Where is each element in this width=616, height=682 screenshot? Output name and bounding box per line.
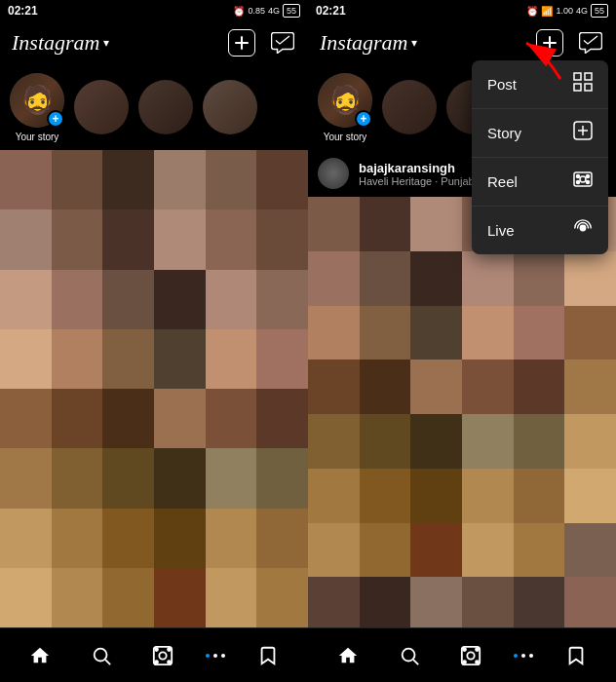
status-icons-right: ⏰ 📶 1.00 4G 55: [526, 4, 608, 18]
dropdown-reel-label: Reel: [487, 173, 518, 190]
mosaic-left: [0, 150, 308, 627]
svg-line-3: [105, 660, 110, 664]
dropdown-item-reel[interactable]: Reel: [472, 158, 608, 207]
plus-square-icon: [573, 121, 593, 145]
feed-content-left: [0, 150, 308, 627]
svg-point-6: [155, 648, 158, 651]
mosaic-right: [308, 197, 616, 631]
dropdown-item-live[interactable]: Live: [472, 207, 608, 254]
stories-row-left: 🧔 + Your story: [0, 64, 308, 150]
svg-point-24: [580, 176, 586, 182]
post-avatar: [318, 158, 349, 189]
your-story-avatar-left: 🧔 +: [10, 73, 64, 128]
alarm-icon-left: ⏰: [233, 6, 245, 17]
svg-line-28: [413, 660, 418, 664]
dot-3-right: [529, 654, 533, 658]
your-story-label-right: Your story: [324, 132, 367, 142]
dropdown-post-label: Post: [487, 76, 517, 93]
messages-button-left[interactable]: [269, 29, 296, 57]
nav-icons-right: [536, 29, 604, 57]
add-post-button-left[interactable]: [228, 29, 255, 57]
left-screen: 02:21 ⏰ 0.85 4G 55 Instagram ▾: [0, 0, 308, 682]
your-story-right[interactable]: 🧔 + Your story: [318, 73, 372, 142]
logo-chevron-left[interactable]: ▾: [103, 36, 109, 51]
svg-point-2: [95, 648, 107, 661]
dot-3-left: [221, 654, 225, 658]
svg-point-8: [155, 661, 158, 663]
home-button-right[interactable]: [329, 641, 366, 670]
svg-point-7: [168, 648, 171, 651]
svg-point-30: [467, 652, 474, 659]
film-icon: [573, 170, 593, 194]
add-story-badge-left[interactable]: +: [47, 110, 64, 128]
dot-1-right: [514, 654, 518, 658]
dropdown-item-post[interactable]: Post: [472, 60, 608, 109]
wifi-icon-right: 📶: [541, 6, 553, 17]
instagram-logo-left: Instagram ▾: [12, 30, 109, 56]
svg-rect-19: [574, 172, 592, 186]
signal-bar-right: 4G: [576, 6, 588, 16]
reels-button-right[interactable]: [452, 641, 489, 670]
status-icons-left: ⏰ 0.85 4G 55: [233, 4, 300, 18]
signal-text-left: 0.85: [248, 6, 265, 16]
dropdown-story-label: Story: [487, 125, 521, 141]
search-button-right[interactable]: [391, 641, 428, 670]
nav-icons-left: [228, 29, 296, 57]
battery-right: 55: [591, 4, 608, 18]
svg-point-21: [587, 175, 590, 178]
dot-2-right: [521, 654, 525, 658]
svg-point-27: [403, 648, 415, 661]
top-nav-left: Instagram ▾: [0, 21, 308, 64]
bookmark-button-left[interactable]: [250, 641, 287, 670]
instagram-logo-right: Instagram ▾: [320, 30, 417, 56]
dropdown-item-story[interactable]: Story: [472, 109, 608, 158]
your-story-left[interactable]: 🧔 + Your story: [10, 73, 64, 142]
add-post-button-right[interactable]: [536, 29, 563, 57]
signal-bar-left: 4G: [268, 6, 280, 16]
top-nav-right: Instagram ▾: [308, 21, 616, 64]
svg-point-33: [463, 661, 466, 663]
svg-point-5: [159, 652, 166, 659]
svg-rect-12: [574, 73, 581, 80]
radio-icon: [573, 218, 593, 243]
three-dots-left: [206, 654, 225, 658]
status-bar-left: 02:21 ⏰ 0.85 4G 55: [0, 0, 308, 21]
svg-point-23: [587, 181, 590, 184]
bottom-nav-right: [308, 627, 616, 682]
svg-rect-15: [585, 84, 592, 91]
svg-point-34: [476, 661, 479, 663]
reels-button-left[interactable]: [144, 641, 181, 670]
feed-content-right: [308, 197, 616, 631]
dropdown-menu[interactable]: Post Story Reel: [472, 60, 608, 254]
bottom-nav-left: [0, 627, 308, 682]
svg-point-20: [577, 175, 580, 178]
svg-rect-14: [574, 84, 581, 91]
svg-point-9: [168, 661, 171, 663]
home-button-left[interactable]: [21, 641, 58, 670]
logo-chevron-right[interactable]: ▾: [411, 36, 417, 51]
dot-2-left: [213, 654, 217, 658]
bookmark-button-right[interactable]: [558, 641, 595, 670]
svg-point-32: [476, 648, 479, 651]
dropdown-live-label: Live: [487, 222, 515, 239]
your-story-avatar-right: 🧔 +: [318, 73, 372, 128]
status-time-left: 02:21: [8, 4, 38, 18]
status-bar-right: 02:21 ⏰ 📶 1.00 4G 55: [308, 0, 616, 21]
grid-icon: [573, 72, 593, 96]
svg-point-25: [580, 225, 585, 230]
search-button-left[interactable]: [83, 641, 120, 670]
messages-button-right[interactable]: [577, 29, 604, 57]
svg-point-31: [463, 648, 466, 651]
dot-1-left: [206, 654, 210, 658]
right-screen: 02:21 ⏰ 📶 1.00 4G 55 Instagram ▾: [308, 0, 616, 682]
alarm-icon-right: ⏰: [526, 6, 538, 17]
svg-rect-13: [585, 73, 592, 80]
signal-text-right: 1.00: [556, 6, 573, 16]
battery-left: 55: [283, 4, 300, 18]
three-dots-right: [514, 654, 533, 658]
add-story-badge-right[interactable]: +: [355, 110, 372, 128]
svg-point-22: [577, 181, 580, 184]
your-story-label-left: Your story: [16, 132, 59, 142]
status-time-right: 02:21: [316, 4, 346, 18]
